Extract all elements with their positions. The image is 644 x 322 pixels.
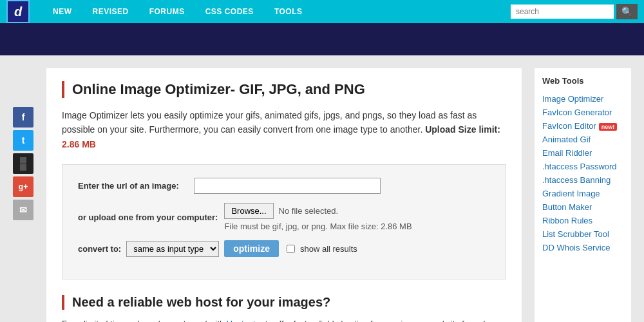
google-button[interactable]: g+ [13, 176, 33, 197]
content-area: Online Image Optimizer- GIF, JPG, and PN… [46, 68, 522, 322]
sidebar-link-7[interactable]: Gradient Image [542, 187, 623, 200]
sidebar-link-1[interactable]: FavIcon Generator [542, 106, 623, 119]
search-area: 🔍 [511, 4, 638, 19]
page-title: Online Image Optimizer- GIF, JPG, and PN… [62, 81, 506, 98]
sidebar-link-11[interactable]: DD Whois Service [542, 241, 623, 254]
promo-title: Need a reliable web host for your images… [62, 295, 506, 310]
upload-size-label: Upload Size limit: [425, 124, 500, 135]
upload-label: or upload one from your computer: [78, 213, 218, 222]
convert-select[interactable]: same as input type gif jpg png [126, 241, 219, 257]
dark-band [0, 23, 644, 55]
facebook-button[interactable]: f [13, 107, 33, 128]
nav-revised[interactable]: REVISED [82, 2, 139, 21]
file-note: File must be gif, jpg, or png. Max file … [224, 222, 412, 231]
no-file-text: No file selected. [279, 206, 339, 216]
web-tools-title: Web Tools [542, 76, 623, 86]
sidebar-link-9[interactable]: Ribbon Rules [542, 214, 623, 227]
logo-area: d [6, 0, 30, 23]
convert-label: convert to: [78, 244, 121, 254]
promo-section: Need a reliable web host for your images… [62, 295, 506, 322]
promo-text-before: For a limited time only, we've partnered… [62, 319, 224, 322]
top-navigation: d NEW REVISED FORUMS CSS CODES TOOLS 🔍 [0, 0, 644, 23]
search-button[interactable]: 🔍 [616, 4, 638, 19]
sidebar-link-2[interactable]: FavIcon Editornew! [542, 119, 623, 133]
upload-controls: Browse... No file selected. File must be… [224, 203, 412, 231]
sidebar-link-4[interactable]: Email Riddler [542, 146, 623, 160]
hostgator-link[interactable]: Hostgator [227, 319, 263, 322]
social-sidebar: f t g+ ✉ [13, 68, 33, 322]
nav-tools[interactable]: TOOLS [264, 2, 313, 21]
description: Image Optimizer lets you easily optimize… [62, 108, 506, 151]
description-text-1: Image Optimizer lets you easily optimize… [62, 110, 477, 135]
share-button[interactable] [13, 153, 33, 174]
sidebar-link-5[interactable]: .htaccess Password [542, 160, 623, 173]
optimize-button[interactable]: optimize [224, 240, 279, 257]
sidebar-link-0[interactable]: Image Optimizer [542, 92, 623, 106]
twitter-button[interactable]: t [13, 130, 33, 151]
main-wrapper: f t g+ ✉ Online Image Optimizer- GIF, JP… [6, 55, 638, 322]
sidebar-links: Image OptimizerFavIcon GeneratorFavIcon … [542, 92, 623, 254]
sidebar-link-3[interactable]: Animated Gif [542, 133, 623, 146]
sidebar-link-8[interactable]: Button Maker [542, 200, 623, 214]
sidebar-link-10[interactable]: List Scrubber Tool [542, 227, 623, 241]
nav-new[interactable]: NEW [43, 2, 82, 21]
nav-forums[interactable]: FORUMS [139, 2, 195, 21]
url-input[interactable] [194, 178, 381, 194]
right-sidebar: Web Tools Image OptimizerFavIcon Generat… [535, 68, 631, 322]
promo-text: For a limited time only, we've partnered… [62, 317, 506, 322]
logo-icon[interactable]: d [6, 0, 30, 23]
form-area: Enter the url of an image: or upload one… [62, 164, 506, 279]
show-all-checkbox[interactable] [287, 245, 295, 253]
nav-css-codes[interactable]: CSS CODES [195, 2, 264, 21]
nav-links: NEW REVISED FORUMS CSS CODES TOOLS [43, 2, 511, 21]
url-row: Enter the url of an image: [78, 178, 490, 194]
show-all-label: show all results [300, 244, 357, 254]
email-button[interactable]: ✉ [13, 200, 33, 220]
convert-row: convert to: same as input type gif jpg p… [78, 240, 490, 257]
url-label: Enter the url of an image: [78, 181, 187, 191]
browse-button[interactable]: Browse... [224, 203, 273, 219]
sidebar-link-6[interactable]: .htaccess Banning [542, 173, 623, 187]
upload-row: or upload one from your computer: Browse… [78, 203, 490, 231]
upload-size-value: 2.86 MB [62, 139, 96, 149]
search-input[interactable] [511, 5, 614, 19]
